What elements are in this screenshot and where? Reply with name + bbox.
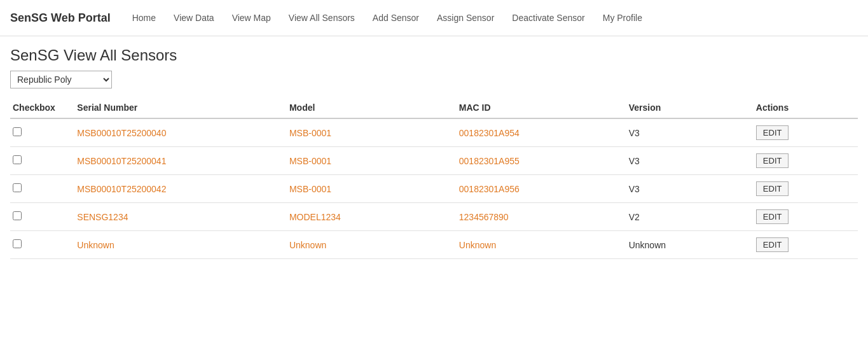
version-cell: Unknown (629, 231, 756, 259)
nav-view-all-sensors[interactable]: View All Sensors (282, 9, 361, 27)
mac-id-link[interactable]: 1234567890 (459, 212, 509, 222)
col-header-mac: MAC ID (459, 97, 629, 118)
main-content: SenSG View All Sensors Republic Poly Che… (0, 36, 868, 259)
nav-home[interactable]: Home (126, 9, 162, 27)
serial-number-link[interactable]: MSB00010T25200040 (77, 128, 166, 138)
edit-button[interactable]: EDIT (756, 181, 789, 196)
navbar: SenSG Web Portal HomeView DataView MapVi… (0, 0, 868, 36)
nav-add-sensor[interactable]: Add Sensor (366, 9, 425, 27)
model-link[interactable]: MSB-0001 (289, 156, 331, 166)
table-header: Checkbox Serial Number Model MAC ID Vers… (10, 97, 858, 118)
col-header-checkbox: Checkbox (10, 97, 77, 118)
nav-view-map[interactable]: View Map (226, 9, 277, 27)
nav-view-data[interactable]: View Data (167, 9, 221, 27)
col-header-actions: Actions (756, 97, 858, 118)
model-link[interactable]: MODEL1234 (289, 212, 341, 222)
version-cell: V2 (629, 203, 756, 231)
col-header-model: Model (289, 97, 459, 118)
location-dropdown-row: Republic Poly (10, 71, 858, 88)
table-row: MSB00010T25200042MSB-000100182301A956V3E… (10, 175, 858, 203)
table-body: MSB00010T25200040MSB-000100182301A954V3E… (10, 118, 858, 259)
col-header-version: Version (629, 97, 756, 118)
edit-button[interactable]: EDIT (756, 237, 789, 252)
serial-number-link[interactable]: SENSG1234 (77, 212, 128, 222)
edit-button[interactable]: EDIT (756, 125, 789, 140)
edit-button[interactable]: EDIT (756, 209, 789, 224)
serial-number-link[interactable]: Unknown (77, 240, 114, 250)
model-link[interactable]: Unknown (289, 240, 326, 250)
nav-brand: SenSG Web Portal (10, 11, 111, 25)
table-row: MSB00010T25200041MSB-000100182301A955V3E… (10, 147, 858, 175)
mac-id-link[interactable]: 00182301A954 (459, 128, 520, 138)
model-link[interactable]: MSB-0001 (289, 128, 331, 138)
mac-id-link[interactable]: Unknown (459, 240, 496, 250)
nav-my-profile[interactable]: My Profile (596, 9, 649, 27)
table-row: UnknownUnknownUnknownUnknownEDIT (10, 231, 858, 259)
row-checkbox[interactable] (13, 183, 22, 192)
table-row: SENSG1234MODEL12341234567890V2EDIT (10, 203, 858, 231)
edit-button[interactable]: EDIT (756, 153, 789, 168)
nav-links: HomeView DataView MapView All SensorsAdd… (126, 9, 858, 27)
location-select[interactable]: Republic Poly (10, 71, 112, 88)
nav-deactivate-sensor[interactable]: Deactivate Sensor (506, 9, 591, 27)
row-checkbox[interactable] (13, 239, 22, 248)
serial-number-link[interactable]: MSB00010T25200042 (77, 184, 166, 194)
version-cell: V3 (629, 147, 756, 175)
mac-id-link[interactable]: 00182301A955 (459, 156, 520, 166)
serial-number-link[interactable]: MSB00010T25200041 (77, 156, 166, 166)
row-checkbox[interactable] (13, 211, 22, 220)
version-cell: V3 (629, 175, 756, 203)
version-cell: V3 (629, 118, 756, 147)
sensors-table: Checkbox Serial Number Model MAC ID Vers… (10, 97, 858, 259)
model-link[interactable]: MSB-0001 (289, 184, 331, 194)
table-row: MSB00010T25200040MSB-000100182301A954V3E… (10, 118, 858, 147)
row-checkbox[interactable] (13, 127, 22, 136)
col-header-serial: Serial Number (77, 97, 289, 118)
mac-id-link[interactable]: 00182301A956 (459, 184, 520, 194)
nav-assign-sensor[interactable]: Assign Sensor (431, 9, 500, 27)
page-title: SenSG View All Sensors (10, 46, 858, 64)
row-checkbox[interactable] (13, 155, 22, 164)
